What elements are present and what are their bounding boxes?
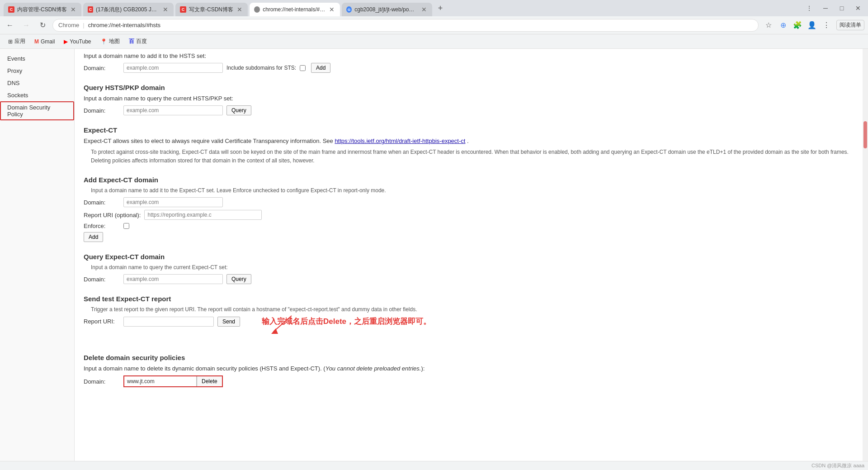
- tab-favicon-2: C: [88, 6, 93, 13]
- address-label: Chrome: [58, 22, 79, 28]
- include-subdomains-checkbox[interactable]: [300, 65, 306, 71]
- reading-list-button[interactable]: 阅读清单: [836, 20, 864, 30]
- profile-icon[interactable]: 👤: [806, 19, 818, 32]
- query-expect-ct-domain-row: Domain: Query: [84, 274, 854, 284]
- tab-5[interactable]: G cgb2008_jt/jt/jt-web/pom.xm... ✕: [342, 3, 432, 16]
- hsts-query-section: Query HSTS/PKP domain Input a domain nam…: [84, 84, 854, 115]
- hsts-add-domain-input[interactable]: [123, 63, 223, 73]
- send-expect-ct-section: Send test Expect-CT report Trigger a tes…: [84, 295, 854, 343]
- add-expect-ct-domain-row: Domain:: [84, 197, 854, 207]
- settings-icon[interactable]: ⋮: [803, 2, 816, 14]
- forward-button[interactable]: →: [20, 19, 33, 32]
- tab-label-4: chrome://net-internals/#hsts: [263, 6, 326, 13]
- delete-button[interactable]: Delete: [197, 376, 222, 386]
- tab-3[interactable]: C 写文章-CSDN博客 ✕: [175, 3, 248, 16]
- csdn-watermark: CSDN @清风微凉 aaaa: [811, 462, 864, 469]
- query-expect-ct-button[interactable]: Query: [226, 274, 251, 284]
- svg-marker-1: [271, 328, 278, 334]
- hsts-add-button[interactable]: Add: [311, 63, 330, 73]
- hsts-query-domain-row: Domain: Query: [84, 105, 854, 115]
- add-expect-ct-heading: Add Expect-CT domain: [84, 176, 854, 184]
- bookmark-youtube[interactable]: ▶ YouTube: [61, 38, 94, 46]
- scrollbar[interactable]: [863, 49, 868, 461]
- hsts-add-domain-row: Domain: Include subdomains for STS: Add: [84, 63, 854, 73]
- add-expect-ct-domain-label: Domain:: [84, 199, 120, 206]
- add-expect-ct-section: Add Expect-CT domain Input a domain name…: [84, 176, 854, 242]
- nav-actions: ☆ ⊕ 🧩 👤 ⋮: [762, 19, 833, 32]
- tab-2[interactable]: C (17条消息) CGB2005 JT-1(注意... ✕: [83, 3, 174, 16]
- add-expect-ct-domain-input[interactable]: [123, 197, 223, 207]
- delete-domain-input[interactable]: [124, 376, 197, 386]
- hsts-query-button[interactable]: Query: [226, 105, 251, 115]
- window-controls: ⋮ ─ □ ✕: [803, 2, 864, 14]
- maps-icon: 📍: [100, 38, 107, 45]
- address-bar[interactable]: Chrome | chrome://net-internals/#hsts: [52, 19, 759, 32]
- tab-label-2: (17条消息) CGB2005 JT-1(注意...: [96, 6, 159, 14]
- chrome-icon[interactable]: ⊕: [777, 19, 789, 32]
- add-expect-ct-enforce-row: Enforce:: [84, 223, 854, 229]
- page-content: Events Proxy DNS Sockets Domain Security…: [0, 49, 868, 461]
- query-expect-ct-heading: Query Expect-CT domain: [84, 253, 854, 261]
- send-expect-ct-button[interactable]: Send: [217, 317, 240, 327]
- tab-4[interactable]: chrome://net-internals/#hsts ✕: [250, 3, 340, 16]
- bookmark-star-icon[interactable]: ☆: [762, 19, 775, 32]
- bookmark-baidu-label: 百度: [136, 38, 147, 45]
- expect-ct-link[interactable]: https://tools.ietf.org/html/draft-ietf-h…: [335, 138, 465, 144]
- hsts-query-domain-label: Domain:: [84, 107, 120, 114]
- bookmark-baidu[interactable]: 百 百度: [126, 37, 150, 46]
- add-expect-ct-desc: Input a domain name to add it to the Exp…: [91, 187, 854, 194]
- sidebar-item-proxy[interactable]: Proxy: [0, 65, 74, 77]
- menu-icon[interactable]: ⋮: [820, 19, 833, 32]
- sidebar-item-dns[interactable]: DNS: [0, 77, 74, 89]
- tab-favicon-3: C: [180, 6, 186, 13]
- tab-close-4[interactable]: ✕: [328, 5, 335, 14]
- tab-close-2[interactable]: ✕: [162, 5, 169, 14]
- send-expect-ct-heading: Send test Expect-CT report: [84, 295, 854, 303]
- reload-button[interactable]: ↻: [36, 19, 49, 32]
- hsts-add-domain-label: Domain:: [84, 65, 120, 71]
- sidebar-item-domain-security-policy[interactable]: Domain Security Policy: [0, 101, 74, 120]
- sidebar-item-sockets[interactable]: Sockets: [0, 89, 74, 101]
- expect-ct-note: To protect against cross-site tracking, …: [91, 148, 854, 165]
- include-subdomains-label: Include subdomains for STS:: [226, 65, 296, 71]
- sidebar-item-events[interactable]: Events: [0, 52, 74, 65]
- send-expect-ct-report-input[interactable]: [123, 317, 214, 327]
- restore-button[interactable]: □: [835, 2, 848, 14]
- tab-favicon-1: C: [8, 6, 14, 13]
- enforce-checkbox[interactable]: [123, 223, 129, 229]
- query-expect-ct-domain-input[interactable]: [123, 274, 223, 284]
- delete-section: Delete domain security policies Input a …: [84, 354, 854, 387]
- add-expect-ct-button[interactable]: Add: [84, 232, 103, 242]
- expect-ct-heading: Expect-CT: [84, 126, 854, 134]
- bookmark-apps[interactable]: ⊞ 应用: [5, 37, 28, 46]
- tab-1[interactable]: C 内容管理-CSDN博客 ✕: [4, 3, 81, 16]
- tab-favicon-4: [254, 6, 260, 13]
- send-expect-ct-report-label: Report URI:: [84, 318, 120, 325]
- title-bar: C 内容管理-CSDN博客 ✕ C (17条消息) CGB2005 JT-1(注…: [0, 0, 868, 16]
- add-expect-ct-enforce-label: Enforce:: [84, 223, 120, 229]
- tab-label-3: 写文章-CSDN博客: [189, 6, 233, 14]
- hsts-query-domain-input[interactable]: [123, 105, 223, 115]
- annotation-arrow-svg: [264, 311, 301, 334]
- browser-window: C 内容管理-CSDN博客 ✕ C (17条消息) CGB2005 JT-1(注…: [0, 0, 868, 470]
- sidebar: Events Proxy DNS Sockets Domain Security…: [0, 49, 75, 461]
- tab-label-1: 内容管理-CSDN博客: [17, 6, 67, 14]
- extensions-icon[interactable]: 🧩: [791, 19, 804, 32]
- back-button[interactable]: ←: [4, 19, 16, 32]
- main-content: Input a domain name to add it to the HST…: [75, 49, 863, 461]
- scrollbar-thumb[interactable]: [863, 121, 867, 148]
- tab-close-1[interactable]: ✕: [70, 5, 77, 14]
- bookmark-maps[interactable]: 📍 地图: [98, 37, 123, 46]
- add-expect-ct-add-row: Add: [84, 232, 854, 242]
- add-expect-ct-report-input[interactable]: [144, 210, 262, 220]
- send-expect-ct-report-row: Report URI: Send 输入完域名后点击Delete，之后重启浏览器即…: [84, 316, 854, 327]
- minimize-button[interactable]: ─: [819, 2, 832, 14]
- tab-close-5[interactable]: ✕: [420, 5, 428, 14]
- delete-domain-input-wrapper: Delete: [123, 375, 223, 387]
- add-expect-ct-report-label: Report URI (optional):: [84, 212, 141, 218]
- close-button[interactable]: ✕: [852, 2, 864, 14]
- tab-close-3[interactable]: ✕: [236, 5, 243, 14]
- new-tab-button[interactable]: +: [434, 2, 447, 14]
- hsts-query-heading: Query HSTS/PKP domain: [84, 84, 854, 91]
- bookmark-gmail[interactable]: M Gmail: [32, 38, 57, 46]
